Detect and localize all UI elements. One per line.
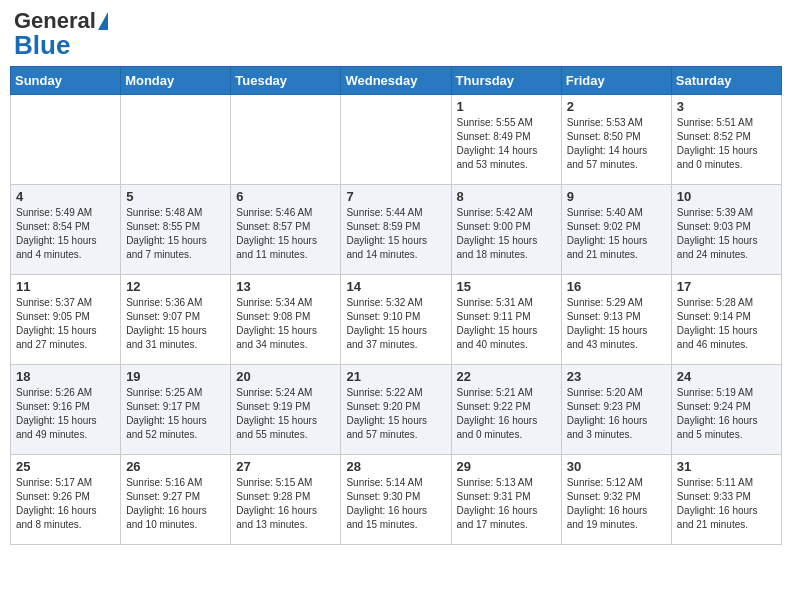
calendar-cell: 27Sunrise: 5:15 AMSunset: 9:28 PMDayligh… [231,455,341,545]
day-number: 20 [236,369,335,384]
day-info: Sunrise: 5:37 AMSunset: 9:05 PMDaylight:… [16,296,115,352]
day-number: 31 [677,459,776,474]
calendar-cell: 5Sunrise: 5:48 AMSunset: 8:55 PMDaylight… [121,185,231,275]
calendar-week-2: 4Sunrise: 5:49 AMSunset: 8:54 PMDaylight… [11,185,782,275]
calendar-cell: 7Sunrise: 5:44 AMSunset: 8:59 PMDaylight… [341,185,451,275]
day-info: Sunrise: 5:25 AMSunset: 9:17 PMDaylight:… [126,386,225,442]
day-number: 15 [457,279,556,294]
calendar-cell: 20Sunrise: 5:24 AMSunset: 9:19 PMDayligh… [231,365,341,455]
calendar-cell: 24Sunrise: 5:19 AMSunset: 9:24 PMDayligh… [671,365,781,455]
calendar-cell [11,95,121,185]
day-number: 29 [457,459,556,474]
day-info: Sunrise: 5:26 AMSunset: 9:16 PMDaylight:… [16,386,115,442]
weekday-header-sunday: Sunday [11,67,121,95]
day-info: Sunrise: 5:20 AMSunset: 9:23 PMDaylight:… [567,386,666,442]
day-number: 28 [346,459,445,474]
day-number: 1 [457,99,556,114]
weekday-header-thursday: Thursday [451,67,561,95]
day-number: 7 [346,189,445,204]
weekday-header-wednesday: Wednesday [341,67,451,95]
calendar-cell: 11Sunrise: 5:37 AMSunset: 9:05 PMDayligh… [11,275,121,365]
calendar-cell: 28Sunrise: 5:14 AMSunset: 9:30 PMDayligh… [341,455,451,545]
weekday-header-tuesday: Tuesday [231,67,341,95]
day-number: 8 [457,189,556,204]
calendar-cell: 15Sunrise: 5:31 AMSunset: 9:11 PMDayligh… [451,275,561,365]
day-info: Sunrise: 5:53 AMSunset: 8:50 PMDaylight:… [567,116,666,172]
day-number: 21 [346,369,445,384]
day-info: Sunrise: 5:15 AMSunset: 9:28 PMDaylight:… [236,476,335,532]
calendar-cell: 2Sunrise: 5:53 AMSunset: 8:50 PMDaylight… [561,95,671,185]
day-info: Sunrise: 5:55 AMSunset: 8:49 PMDaylight:… [457,116,556,172]
logo: General Blue [14,10,108,58]
day-info: Sunrise: 5:32 AMSunset: 9:10 PMDaylight:… [346,296,445,352]
day-info: Sunrise: 5:21 AMSunset: 9:22 PMDaylight:… [457,386,556,442]
day-info: Sunrise: 5:11 AMSunset: 9:33 PMDaylight:… [677,476,776,532]
calendar-cell [341,95,451,185]
day-number: 10 [677,189,776,204]
day-number: 11 [16,279,115,294]
logo-blue: Blue [14,32,70,58]
day-info: Sunrise: 5:22 AMSunset: 9:20 PMDaylight:… [346,386,445,442]
weekday-header-friday: Friday [561,67,671,95]
calendar-cell: 10Sunrise: 5:39 AMSunset: 9:03 PMDayligh… [671,185,781,275]
logo-general: General [14,10,96,32]
day-info: Sunrise: 5:12 AMSunset: 9:32 PMDaylight:… [567,476,666,532]
day-info: Sunrise: 5:48 AMSunset: 8:55 PMDaylight:… [126,206,225,262]
day-number: 5 [126,189,225,204]
calendar-cell: 3Sunrise: 5:51 AMSunset: 8:52 PMDaylight… [671,95,781,185]
calendar-cell: 30Sunrise: 5:12 AMSunset: 9:32 PMDayligh… [561,455,671,545]
day-number: 14 [346,279,445,294]
day-number: 2 [567,99,666,114]
calendar-cell: 4Sunrise: 5:49 AMSunset: 8:54 PMDaylight… [11,185,121,275]
day-number: 16 [567,279,666,294]
day-info: Sunrise: 5:44 AMSunset: 8:59 PMDaylight:… [346,206,445,262]
weekday-header-monday: Monday [121,67,231,95]
calendar-cell: 12Sunrise: 5:36 AMSunset: 9:07 PMDayligh… [121,275,231,365]
day-info: Sunrise: 5:34 AMSunset: 9:08 PMDaylight:… [236,296,335,352]
day-number: 19 [126,369,225,384]
day-info: Sunrise: 5:39 AMSunset: 9:03 PMDaylight:… [677,206,776,262]
day-info: Sunrise: 5:40 AMSunset: 9:02 PMDaylight:… [567,206,666,262]
day-number: 24 [677,369,776,384]
calendar-cell: 8Sunrise: 5:42 AMSunset: 9:00 PMDaylight… [451,185,561,275]
day-number: 9 [567,189,666,204]
day-number: 4 [16,189,115,204]
calendar-cell [231,95,341,185]
day-info: Sunrise: 5:42 AMSunset: 9:00 PMDaylight:… [457,206,556,262]
day-number: 22 [457,369,556,384]
day-info: Sunrise: 5:51 AMSunset: 8:52 PMDaylight:… [677,116,776,172]
calendar-cell: 19Sunrise: 5:25 AMSunset: 9:17 PMDayligh… [121,365,231,455]
calendar-cell: 14Sunrise: 5:32 AMSunset: 9:10 PMDayligh… [341,275,451,365]
calendar-week-1: 1Sunrise: 5:55 AMSunset: 8:49 PMDaylight… [11,95,782,185]
day-info: Sunrise: 5:17 AMSunset: 9:26 PMDaylight:… [16,476,115,532]
day-number: 18 [16,369,115,384]
calendar-cell: 25Sunrise: 5:17 AMSunset: 9:26 PMDayligh… [11,455,121,545]
calendar-week-4: 18Sunrise: 5:26 AMSunset: 9:16 PMDayligh… [11,365,782,455]
logo-triangle-icon [98,12,108,30]
calendar-cell [121,95,231,185]
day-info: Sunrise: 5:36 AMSunset: 9:07 PMDaylight:… [126,296,225,352]
day-info: Sunrise: 5:46 AMSunset: 8:57 PMDaylight:… [236,206,335,262]
day-info: Sunrise: 5:24 AMSunset: 9:19 PMDaylight:… [236,386,335,442]
calendar-cell: 22Sunrise: 5:21 AMSunset: 9:22 PMDayligh… [451,365,561,455]
day-number: 30 [567,459,666,474]
day-number: 17 [677,279,776,294]
day-info: Sunrise: 5:28 AMSunset: 9:14 PMDaylight:… [677,296,776,352]
day-number: 6 [236,189,335,204]
calendar-cell: 26Sunrise: 5:16 AMSunset: 9:27 PMDayligh… [121,455,231,545]
calendar-cell: 17Sunrise: 5:28 AMSunset: 9:14 PMDayligh… [671,275,781,365]
day-info: Sunrise: 5:29 AMSunset: 9:13 PMDaylight:… [567,296,666,352]
day-number: 23 [567,369,666,384]
day-info: Sunrise: 5:13 AMSunset: 9:31 PMDaylight:… [457,476,556,532]
day-info: Sunrise: 5:14 AMSunset: 9:30 PMDaylight:… [346,476,445,532]
calendar-cell: 29Sunrise: 5:13 AMSunset: 9:31 PMDayligh… [451,455,561,545]
calendar-cell: 21Sunrise: 5:22 AMSunset: 9:20 PMDayligh… [341,365,451,455]
calendar-cell: 31Sunrise: 5:11 AMSunset: 9:33 PMDayligh… [671,455,781,545]
day-info: Sunrise: 5:49 AMSunset: 8:54 PMDaylight:… [16,206,115,262]
day-info: Sunrise: 5:16 AMSunset: 9:27 PMDaylight:… [126,476,225,532]
calendar-cell: 18Sunrise: 5:26 AMSunset: 9:16 PMDayligh… [11,365,121,455]
day-number: 26 [126,459,225,474]
day-number: 13 [236,279,335,294]
calendar-week-5: 25Sunrise: 5:17 AMSunset: 9:26 PMDayligh… [11,455,782,545]
calendar-table: SundayMondayTuesdayWednesdayThursdayFrid… [10,66,782,545]
